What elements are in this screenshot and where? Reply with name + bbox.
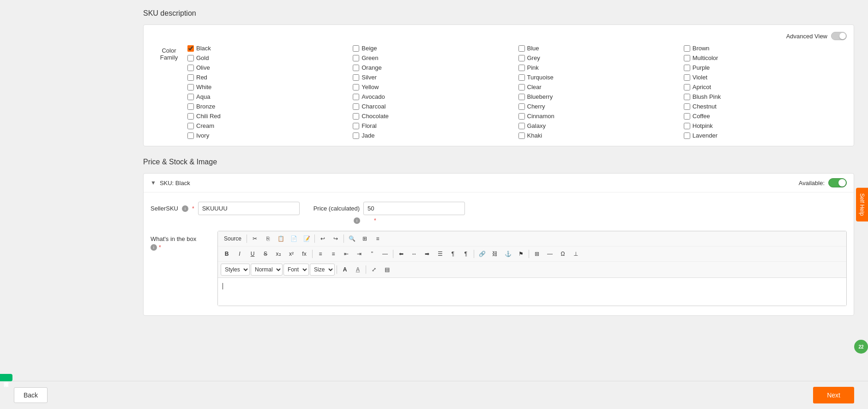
price-info-icon[interactable]: i xyxy=(354,217,360,224)
seller-sku-input[interactable] xyxy=(198,202,300,215)
table-button[interactable]: ⊞ xyxy=(531,248,543,259)
undo-button[interactable]: ↩ xyxy=(317,233,329,244)
show-blocks-button[interactable]: ▤ xyxy=(381,264,393,275)
anchor-button[interactable]: ⚓ xyxy=(502,248,514,259)
color-checkbox-lavender[interactable] xyxy=(684,132,690,139)
redo-button[interactable]: ↪ xyxy=(330,233,342,244)
rule-button[interactable]: — xyxy=(544,248,556,259)
color-checkbox-gold[interactable] xyxy=(187,55,194,61)
page-break-button[interactable]: ⊥ xyxy=(570,248,582,259)
ordered-list-button[interactable]: ≡ xyxy=(314,248,326,259)
bold-button[interactable]: B xyxy=(221,248,233,259)
align-left-button[interactable]: ⬅ xyxy=(395,248,407,259)
align-justify-button[interactable]: ☰ xyxy=(434,248,446,259)
what-in-box-info-icon[interactable]: i xyxy=(151,244,157,251)
color-checkbox-apricot[interactable] xyxy=(684,84,690,90)
color-checkbox-grey[interactable] xyxy=(518,55,525,61)
indent-left-button[interactable]: ⇤ xyxy=(340,248,352,259)
color-checkbox-blush-pink[interactable] xyxy=(684,94,690,100)
indent-right-button[interactable]: ⇥ xyxy=(353,248,365,259)
color-checkbox-cream[interactable] xyxy=(187,123,194,129)
color-checkbox-cherry[interactable] xyxy=(518,103,525,110)
color-checkbox-jade[interactable] xyxy=(353,132,359,139)
cut-button[interactable]: ✂ xyxy=(249,233,261,244)
paste-button[interactable]: 📋 xyxy=(275,233,287,244)
chat-badge[interactable]: 22 xyxy=(854,340,868,354)
color-checkbox-cinnamon[interactable] xyxy=(518,113,525,120)
link-button[interactable]: 🔗 xyxy=(476,248,488,259)
color-checkbox-clear[interactable] xyxy=(518,84,525,90)
color-checkbox-pink[interactable] xyxy=(518,65,525,71)
color-checkbox-red[interactable] xyxy=(187,74,194,81)
self-help-tab[interactable]: Self Help xyxy=(856,188,868,222)
align-center-button[interactable]: ↔ xyxy=(408,248,420,259)
advanced-view-toggle[interactable] xyxy=(831,32,847,40)
back-button[interactable]: Back xyxy=(14,387,48,403)
maximize-button[interactable]: ⤢ xyxy=(368,264,380,275)
color-checkbox-charcoal[interactable] xyxy=(353,103,359,110)
color-checkbox-turquoise[interactable] xyxy=(518,74,525,81)
unordered-list-button[interactable]: ≡ xyxy=(327,248,339,259)
format-select[interactable]: Normal xyxy=(251,264,283,276)
subscript-button[interactable]: x₂ xyxy=(272,248,284,259)
spell-check-button[interactable]: ≡ xyxy=(372,233,384,244)
bg-color-button[interactable]: A xyxy=(352,264,364,275)
color-checkbox-green[interactable] xyxy=(353,55,359,61)
color-checkbox-bronze[interactable] xyxy=(187,103,194,110)
special-char-button[interactable]: Ω xyxy=(557,248,569,259)
source-button[interactable]: Source xyxy=(221,233,245,244)
selection-button[interactable]: ⊞ xyxy=(359,233,371,244)
rtl-button[interactable]: ¶ xyxy=(460,248,472,259)
color-checkbox-orange[interactable] xyxy=(353,65,359,71)
horizontal-rule-button[interactable]: — xyxy=(379,248,391,259)
left-sidebar-tab[interactable]: 搜索推荐 xyxy=(0,374,12,381)
unlink-button[interactable]: ⛓ xyxy=(489,248,501,259)
color-checkbox-ivory[interactable] xyxy=(187,132,194,139)
find-button[interactable]: 🔍 xyxy=(346,233,358,244)
color-checkbox-olive[interactable] xyxy=(187,65,194,71)
color-checkbox-violet[interactable] xyxy=(684,74,690,81)
font-color-button[interactable]: A xyxy=(339,264,351,275)
font-select[interactable]: Font xyxy=(283,264,309,276)
color-checkbox-blueberry[interactable] xyxy=(518,94,525,100)
seller-sku-info-icon[interactable]: i xyxy=(182,205,188,212)
color-checkbox-floral[interactable] xyxy=(353,123,359,129)
color-checkbox-avocado[interactable] xyxy=(353,94,359,100)
copy-button[interactable]: ⎘ xyxy=(262,233,274,244)
color-checkbox-black[interactable] xyxy=(187,45,194,52)
color-checkbox-galaxy[interactable] xyxy=(518,123,525,129)
styles-select[interactable]: Styles xyxy=(221,264,250,276)
color-checkbox-multicolor[interactable] xyxy=(684,55,690,61)
available-toggle[interactable] xyxy=(828,178,847,187)
align-right-button[interactable]: ➡ xyxy=(421,248,433,259)
removeformat-button[interactable]: fx xyxy=(298,248,310,259)
color-checkbox-brown[interactable] xyxy=(684,45,690,52)
color-checkbox-silver[interactable] xyxy=(353,74,359,81)
superscript-button[interactable]: x² xyxy=(285,248,297,259)
paste-word-button[interactable]: 📝 xyxy=(301,233,313,244)
sku-collapse-arrow[interactable]: ▼ xyxy=(151,180,156,186)
ltr-button[interactable]: ¶ xyxy=(447,248,459,259)
color-checkbox-beige[interactable] xyxy=(353,45,359,52)
next-button[interactable]: Next xyxy=(813,387,854,403)
color-checkbox-chestnut[interactable] xyxy=(684,103,690,110)
editor-content-area[interactable] xyxy=(218,278,846,306)
color-checkbox-blue[interactable] xyxy=(518,45,525,52)
color-checkbox-hotpink[interactable] xyxy=(684,123,690,129)
color-checkbox-purple[interactable] xyxy=(684,65,690,71)
paste-plain-button[interactable]: 📄 xyxy=(288,233,300,244)
price-input[interactable] xyxy=(363,202,465,215)
blockquote-button[interactable]: " xyxy=(366,248,378,259)
color-checkbox-chocolate[interactable] xyxy=(353,113,359,120)
strikethrough-button[interactable]: S xyxy=(259,248,271,259)
color-checkbox-coffee[interactable] xyxy=(684,113,690,120)
color-checkbox-chili-red[interactable] xyxy=(187,113,194,120)
color-checkbox-yellow[interactable] xyxy=(353,84,359,90)
color-checkbox-white[interactable] xyxy=(187,84,194,90)
size-select[interactable]: Size xyxy=(310,264,335,276)
color-checkbox-aqua[interactable] xyxy=(187,94,194,100)
color-checkbox-khaki[interactable] xyxy=(518,132,525,139)
underline-button[interactable]: U xyxy=(247,248,259,259)
flag-button[interactable]: ⚑ xyxy=(515,248,527,259)
italic-button[interactable]: I xyxy=(234,248,246,259)
